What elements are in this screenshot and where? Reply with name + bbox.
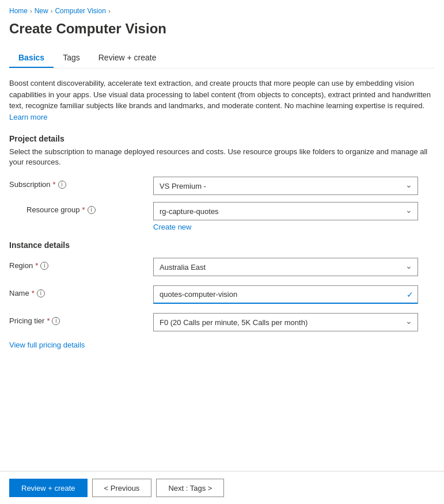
project-details-desc: Select the subscription to manage deploy… [9, 147, 435, 167]
region-info-icon[interactable]: i [40, 262, 48, 270]
rg-select[interactable]: rg-capture-quotes [153, 202, 418, 220]
region-label: Region * i [9, 258, 153, 270]
subscription-control: VS Premium - [153, 177, 418, 195]
region-required: * [35, 261, 38, 270]
pricing-label: Pricing tier * i [9, 313, 153, 325]
region-control: Australia East [153, 258, 418, 276]
breadcrumb-sep-1: › [30, 7, 32, 14]
breadcrumb-new[interactable]: New [35, 7, 48, 15]
next-button[interactable]: Next : Tags > [156, 479, 224, 497]
name-control: ✓ [153, 285, 418, 304]
instance-title: Instance details [9, 240, 435, 250]
name-input[interactable] [153, 285, 418, 304]
pricing-control: F0 (20 Calls per minute, 5K Calls per mo… [153, 313, 418, 331]
description: Boost content discoverability, accelerat… [9, 78, 435, 123]
pricing-select-wrapper: F0 (20 Calls per minute, 5K Calls per mo… [153, 313, 418, 331]
subscription-required: * [53, 180, 56, 189]
name-label: Name * i [9, 285, 153, 297]
project-details-title: Project details [9, 134, 435, 143]
breadcrumb-sep-2: › [51, 7, 53, 14]
name-check-icon: ✓ [407, 290, 413, 299]
name-required: * [32, 289, 35, 297]
name-input-wrapper: ✓ [153, 285, 418, 304]
name-row: Name * i ✓ [9, 285, 435, 304]
footer: Review + create < Previous Next : Tags > [0, 471, 444, 504]
tab-review-create[interactable]: Review + create [89, 48, 166, 68]
breadcrumb-sep-3: › [108, 7, 111, 14]
learn-more-link[interactable]: Learn more [9, 113, 47, 121]
view-pricing-link[interactable]: View full pricing details [9, 341, 85, 349]
create-new-link[interactable]: Create new [153, 223, 191, 231]
rg-required: * [82, 205, 85, 214]
pricing-required: * [47, 316, 50, 325]
subscription-label: Subscription * i [9, 177, 153, 189]
tabs-container: Basics Tags Review + create [9, 48, 435, 68]
subscription-select-wrapper: VS Premium - [153, 177, 418, 195]
rg-select-wrapper: rg-capture-quotes [153, 202, 418, 220]
tab-tags[interactable]: Tags [54, 48, 89, 68]
region-select[interactable]: Australia East [153, 258, 418, 276]
instance-section: Instance details Region * i Australia Ea… [9, 240, 435, 349]
subscription-select[interactable]: VS Premium - [153, 177, 418, 195]
previous-button[interactable]: < Previous [92, 479, 152, 497]
subscription-info-icon[interactable]: i [58, 181, 66, 189]
rg-control: rg-capture-quotes Create new [153, 202, 418, 231]
rg-info-icon[interactable]: i [88, 206, 96, 214]
name-info-icon[interactable]: i [37, 289, 45, 297]
region-select-wrapper: Australia East [153, 258, 418, 276]
pricing-info-icon[interactable]: i [52, 317, 60, 325]
pricing-row: Pricing tier * i F0 (20 Calls per minute… [9, 313, 435, 331]
resource-group-label: Resource group * i [26, 202, 153, 214]
review-create-button[interactable]: Review + create [9, 479, 88, 497]
region-row: Region * i Australia East [9, 258, 435, 276]
subscription-row: Subscription * i VS Premium - [9, 177, 435, 195]
tab-basics[interactable]: Basics [9, 48, 54, 68]
breadcrumb: Home › New › Computer Vision › [9, 7, 435, 15]
breadcrumb-current: Computer Vision [55, 7, 106, 15]
breadcrumb-home[interactable]: Home [9, 7, 28, 15]
page-title: Create Computer Vision [9, 21, 435, 37]
pricing-select[interactable]: F0 (20 Calls per minute, 5K Calls per mo… [153, 313, 418, 331]
